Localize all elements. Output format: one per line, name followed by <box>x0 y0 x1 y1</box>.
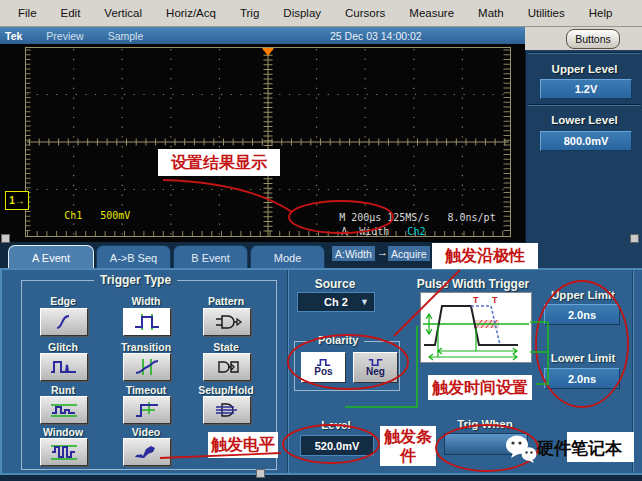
tab-a-b-seq[interactable]: A->B Seq <box>96 245 171 269</box>
menu-edit[interactable]: Edit <box>49 7 93 19</box>
menu-file[interactable]: File <box>6 7 49 19</box>
pattern-label: Pattern <box>184 295 268 307</box>
window-label: Window <box>21 426 105 438</box>
side-menu-panel: Upper Level 1.2V Lower Level 800.0mV <box>525 50 642 268</box>
status-bar: Tek Preview Sample 25 Dec 03 14:00:02 <box>0 27 525 44</box>
menu-display[interactable]: Display <box>271 7 333 19</box>
lower-level-field[interactable]: 800.0mV <box>540 131 632 151</box>
buttons-button[interactable]: Buttons <box>566 29 620 49</box>
source-label: Source <box>295 277 375 291</box>
annotation-trigger-level: 触发电平 <box>208 432 278 458</box>
edge-icon <box>49 313 79 331</box>
tab-a-event[interactable]: A Event <box>8 245 94 269</box>
tab-mode[interactable]: Mode <box>250 245 325 269</box>
selection-handle <box>256 469 265 478</box>
glitch-label: Glitch <box>21 341 105 353</box>
transition-icon <box>132 358 162 376</box>
wechat-icon <box>505 435 537 463</box>
menu-bar: File Edit Vertical Horiz/Acq Trig Displa… <box>0 0 642 27</box>
level-label: Level <box>300 419 372 431</box>
selection-handle <box>630 234 639 243</box>
source-value: Ch 2 <box>324 296 348 308</box>
annotation-edge-polarity: 触发沿极性 <box>432 243 538 269</box>
edge-trigger-button[interactable] <box>40 308 88 336</box>
annotation-result-display: 设置结果显示 <box>158 149 280 176</box>
lower-limit-field[interactable]: 2.0ns <box>544 368 620 389</box>
pattern-icon <box>212 313 242 331</box>
state-trigger-button[interactable] <box>203 353 251 381</box>
transition-trigger-button[interactable] <box>123 353 171 381</box>
polarity-title: Polarity <box>312 334 364 346</box>
upper-level-field[interactable]: 1.2V <box>540 79 632 99</box>
pattern-trigger-button[interactable] <box>203 308 251 336</box>
upper-limit-field[interactable]: 2.0ns <box>544 304 620 325</box>
menu-vertical[interactable]: Vertical <box>92 7 154 19</box>
annotation-trigger-condition: 触发条件 <box>380 426 436 466</box>
timeout-label: Timeout <box>104 384 188 396</box>
transition-label: Transition <box>104 341 188 353</box>
source-dropdown[interactable]: Ch 2 ▼ <box>297 292 375 312</box>
polarity-neg-button[interactable]: Neg <box>353 352 398 383</box>
bottom-strip <box>0 473 642 481</box>
state-label: State <box>184 341 268 353</box>
runt-icon <box>49 401 79 419</box>
runt-trigger-button[interactable] <box>40 396 88 424</box>
menu-horiz-acq[interactable]: Horiz/Acq <box>154 7 228 19</box>
pulse-width-trigger-title: Pulse Width Trigger <box>405 277 541 291</box>
watermark-text: 硬件笔记本 <box>537 437 622 460</box>
acquisition-status: Sample <box>108 30 144 42</box>
arrow-icon: → <box>377 246 388 258</box>
timeout-trigger-button[interactable] <box>123 396 171 424</box>
window-icon <box>49 443 79 461</box>
edge-label: Edge <box>21 295 105 307</box>
waveform-display: 1→ Ch1 500mV M 200µs 125MS/s 8.0ns/pt A … <box>0 44 525 242</box>
panel-groove <box>528 52 641 54</box>
neg-label: Neg <box>366 367 385 377</box>
acquire-badge: Acquire <box>388 246 430 261</box>
upper-limit-label: Upper Limit <box>540 289 626 301</box>
menu-trig[interactable]: Trig <box>228 7 271 19</box>
pulse-diagram-icon: T T <box>421 293 531 362</box>
polarity-pos-button[interactable]: Pos <box>301 352 346 383</box>
upper-level-label: Upper Level <box>526 63 642 75</box>
selection-handle <box>1 234 10 243</box>
timeout-icon <box>132 401 162 419</box>
menu-math[interactable]: Math <box>466 7 516 19</box>
width-icon <box>132 313 162 331</box>
pos-label: Pos <box>314 367 332 377</box>
pulse-width-diagram: T T <box>420 292 532 363</box>
width-label: Width <box>104 295 188 307</box>
menu-help[interactable]: Help <box>577 7 625 19</box>
panel-groove <box>528 104 641 106</box>
lower-level-label: Lower Level <box>526 114 642 126</box>
glitch-icon <box>49 358 79 376</box>
datetime: 25 Dec 03 14:00:02 <box>330 30 422 42</box>
video-icon <box>132 443 162 461</box>
menu-utilities[interactable]: Utilities <box>516 7 577 19</box>
chevron-down-icon: ▼ <box>360 297 369 307</box>
trigger-type-title: Trigger Type <box>94 273 177 287</box>
setup-hold-label: Setup/Hold <box>184 384 268 396</box>
tek-logo: Tek <box>5 30 22 42</box>
runt-label: Runt <box>21 384 105 396</box>
video-trigger-button[interactable] <box>123 438 171 466</box>
svg-text:T: T <box>492 295 498 305</box>
vertical-separator <box>287 270 289 473</box>
setup-hold-icon <box>212 401 242 419</box>
channel1-marker[interactable]: 1→ <box>5 191 29 210</box>
video-label: Video <box>104 426 188 438</box>
ch1-readout: Ch1 500mV <box>28 199 130 232</box>
width-trigger-button[interactable] <box>123 308 171 336</box>
window-trigger-button[interactable] <box>40 438 88 466</box>
annotation-time-setting: 触发时间设置 <box>428 375 532 400</box>
menu-cursors[interactable]: Cursors <box>333 7 397 19</box>
menu-measure[interactable]: Measure <box>397 7 466 19</box>
tab-b-event[interactable]: B Event <box>173 245 248 269</box>
preview-status: Preview <box>46 30 83 42</box>
state-icon <box>212 358 242 376</box>
trigger-class-badge: A:Width <box>332 246 375 261</box>
glitch-trigger-button[interactable] <box>40 353 88 381</box>
setup-hold-trigger-button[interactable] <box>203 396 251 424</box>
level-field[interactable]: 520.0mV <box>300 435 374 456</box>
trig-when-label: Trig When <box>444 418 526 430</box>
